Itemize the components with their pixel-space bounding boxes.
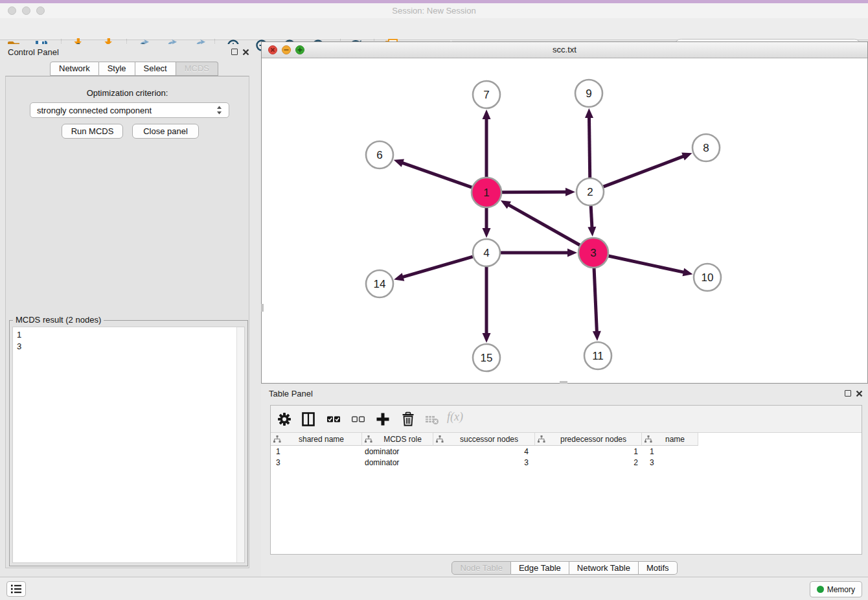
- network-view-window: scc.txt 7968124314101511: [261, 41, 868, 384]
- table-cell: 1: [642, 447, 698, 456]
- edge-arrowhead: [681, 152, 692, 160]
- table-row[interactable]: 3dominator323: [271, 457, 862, 468]
- memory-button[interactable]: Memory: [810, 581, 862, 597]
- network-window-title: scc.txt: [262, 45, 867, 54]
- edge-1-to-2[interactable]: [502, 192, 567, 192]
- delete-column-trash-icon[interactable]: [400, 411, 416, 427]
- table-row[interactable]: 1dominator411: [271, 446, 862, 457]
- edge-arrowhead: [483, 228, 491, 238]
- float-table-panel-icon[interactable]: [845, 390, 851, 397]
- mcds-result-textarea[interactable]: 1 3: [12, 327, 245, 563]
- splitter-handle[interactable]: [560, 381, 567, 384]
- edge-3-to-11[interactable]: [594, 268, 597, 333]
- close-panel-button[interactable]: Close panel: [132, 124, 199, 139]
- column-header-name[interactable]: name: [642, 433, 698, 446]
- table-panel-title: Table Panel: [269, 389, 313, 398]
- edge-arrowhead: [588, 227, 596, 237]
- graph-node-label: 15: [481, 352, 493, 364]
- table-cell: 4: [433, 447, 535, 456]
- list-icon: [11, 584, 21, 594]
- table-cell: 2: [535, 458, 642, 467]
- table-panel: Table Panel: [261, 386, 868, 577]
- deselect-all-icon[interactable]: [350, 411, 366, 427]
- close-table-panel-icon[interactable]: [856, 390, 863, 397]
- table-cell: 3: [271, 458, 362, 467]
- network-canvas[interactable]: 7968124314101511: [262, 58, 867, 383]
- select-all-icon[interactable]: [326, 411, 341, 427]
- splitter-handle[interactable]: [261, 304, 264, 312]
- memory-label: Memory: [827, 585, 855, 594]
- run-mcds-button[interactable]: Run MCDS: [62, 124, 123, 139]
- create-column-plus-icon[interactable]: [375, 411, 391, 427]
- graph-node-label: 6: [376, 149, 382, 161]
- edge-4-to-14[interactable]: [402, 257, 473, 277]
- edge-arrowhead: [585, 108, 593, 118]
- delete-table-icon[interactable]: [424, 411, 440, 427]
- mcds-result-group: MCDS result (2 nodes) 1 3: [9, 320, 248, 566]
- table-panel-tabs: Node TableEdge TableNetwork TableMotifs: [261, 561, 868, 575]
- show-column-icon[interactable]: [301, 411, 316, 427]
- column-tree-icon: [645, 435, 652, 443]
- column-header-MCDS-role[interactable]: MCDS role: [362, 433, 433, 446]
- tab-network[interactable]: Network: [50, 62, 99, 76]
- graph-node-label: 10: [702, 271, 714, 284]
- graph-node-label: 3: [590, 247, 596, 259]
- node-table: f(x) shared nameMCDS rolesuccessor nodes…: [270, 405, 862, 555]
- mcds-result-values: 1 3: [17, 329, 21, 352]
- optimization-criterion-select[interactable]: strongly connected component: [30, 102, 229, 118]
- function-builder-fx-icon[interactable]: f(x): [447, 410, 463, 424]
- task-history-button[interactable]: [6, 581, 26, 597]
- graph-node-label: 11: [592, 350, 604, 362]
- network-window-titlebar[interactable]: scc.txt: [262, 42, 867, 58]
- application-window: Session: New Session: [0, 0, 868, 600]
- main-toolbar: [0, 18, 868, 40]
- column-header-predecessor-nodes[interactable]: predecessor nodes: [535, 433, 642, 446]
- graph-node-label: 8: [703, 142, 709, 154]
- table-cell: 1: [535, 447, 642, 456]
- table-cell: 3: [642, 458, 698, 467]
- column-header-successor-nodes[interactable]: successor nodes: [433, 433, 535, 446]
- table-cell: 3: [433, 458, 535, 467]
- column-tree-icon: [365, 435, 372, 443]
- tab-motifs[interactable]: Motifs: [639, 561, 678, 575]
- graph-node-label: 7: [483, 89, 489, 101]
- edge-2-to-3[interactable]: [591, 206, 592, 229]
- edge-2-to-9[interactable]: [589, 116, 589, 178]
- edge-arrowhead: [483, 333, 491, 343]
- edge-3-to-1[interactable]: [507, 204, 580, 245]
- control-panel: Control Panel NetworkStyleSelectMCDS Opt…: [0, 44, 255, 571]
- tab-node-table[interactable]: Node Table: [451, 561, 511, 575]
- edge-2-to-8[interactable]: [604, 156, 685, 187]
- tab-style[interactable]: Style: [99, 62, 135, 76]
- optimization-criterion-label: Optimization criterion:: [6, 88, 249, 98]
- control-panel-tabs: NetworkStyleSelectMCDS: [50, 62, 218, 76]
- edge-arrowhead: [565, 188, 575, 196]
- control-panel-title: Control Panel: [8, 47, 59, 57]
- edge-arrowhead: [394, 159, 404, 167]
- close-panel-icon[interactable]: [242, 49, 249, 56]
- edge-3-to-10[interactable]: [608, 256, 685, 273]
- memory-status-icon: [817, 586, 824, 593]
- tab-network-table[interactable]: Network Table: [569, 561, 639, 575]
- graph-node-label: 14: [374, 278, 386, 290]
- float-panel-icon[interactable]: [231, 49, 238, 55]
- tab-select[interactable]: Select: [135, 62, 176, 76]
- edge-arrowhead: [394, 273, 404, 281]
- result-scrollbar[interactable]: [236, 327, 244, 562]
- tab-mcds[interactable]: MCDS: [176, 62, 218, 76]
- column-tree-icon: [273, 435, 281, 443]
- mcds-panel: Optimization criterion: strongly connect…: [5, 76, 249, 568]
- column-header-shared-name[interactable]: shared name: [271, 433, 362, 446]
- edge-1-to-6[interactable]: [401, 163, 472, 187]
- table-options-gear-icon[interactable]: [277, 411, 292, 427]
- graph-node-label: 4: [483, 247, 489, 259]
- table-cell: 1: [271, 447, 362, 456]
- select-chevrons-icon: [216, 106, 222, 115]
- table-toolbar: f(x): [271, 406, 862, 433]
- main-titlebar: Session: New Session: [0, 3, 868, 18]
- table-header-row: shared nameMCDS rolesuccessor nodesprede…: [271, 433, 698, 446]
- tab-edge-table[interactable]: Edge Table: [511, 561, 569, 575]
- column-tree-icon: [436, 435, 444, 443]
- edge-arrowhead: [483, 110, 491, 119]
- status-bar: Memory: [0, 577, 868, 600]
